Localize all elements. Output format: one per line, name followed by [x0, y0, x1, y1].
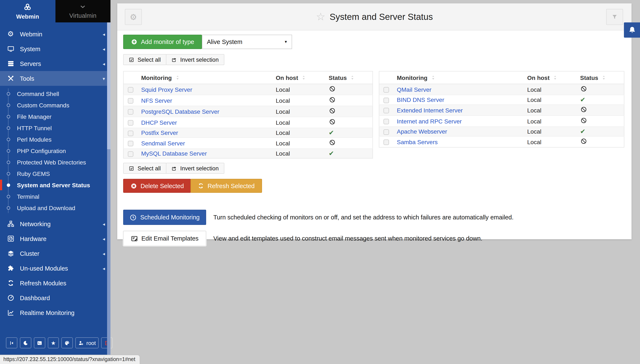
col-header-monitoring-left[interactable]: Monitoring [138, 71, 272, 84]
chevron-left-icon: ◂ [103, 251, 105, 256]
sidebar-item-ruby-gems[interactable]: Ruby GEMS [0, 168, 110, 179]
row-checkbox[interactable] [128, 151, 134, 157]
ban-icon [580, 138, 587, 144]
template-icon [131, 235, 138, 242]
monitor-link[interactable]: DHCP Server [141, 119, 177, 126]
check-icon: ✔ [580, 128, 585, 134]
sidebar-item-custom-commands[interactable]: Custom Commands [0, 99, 110, 111]
tab-virtualmin[interactable]: Virtualmin [55, 0, 110, 22]
monitor-type-select[interactable]: Alive System ▾ [202, 35, 292, 49]
collapse-sidebar-button[interactable] [6, 337, 17, 348]
module-config-button[interactable]: ⚙ [125, 9, 142, 25]
col-header-monitoring-right[interactable]: Monitoring [393, 71, 524, 84]
sidebar-item-label: Terminal [17, 193, 39, 200]
status-down-ban-icon [329, 86, 335, 92]
row-checkbox[interactable] [384, 87, 389, 93]
share-icon [171, 166, 177, 171]
moon-icon [23, 340, 28, 346]
monitor-link[interactable]: Internet and RPC Server [397, 118, 462, 124]
row-checkbox[interactable] [384, 140, 389, 145]
sidebar-item-networking[interactable]: Networking◂ [0, 216, 110, 231]
monitor-link[interactable]: Sendmail Server [141, 140, 185, 146]
add-monitor-button[interactable]: Add monitor of type [123, 35, 202, 49]
sidebar-item-protected-web-directories[interactable]: Protected Web Directories [0, 156, 110, 168]
monitor-link[interactable]: NFS Server [141, 97, 172, 104]
monitor-link[interactable]: Apache Webserver [397, 128, 447, 135]
sort-icon [553, 75, 558, 80]
sidebar-item-un-used-modules[interactable]: Un-used Modules◂ [0, 261, 110, 276]
scheduled-monitoring-button[interactable]: Scheduled Monitoring [123, 210, 206, 225]
row-checkbox[interactable] [128, 87, 134, 93]
favorites-button[interactable]: ★ [48, 337, 59, 348]
sidebar-item-hardware[interactable]: Hardware◂ [0, 231, 110, 246]
col-header-status-right[interactable]: Status [577, 71, 624, 84]
select-all-button-top[interactable]: Select all [123, 54, 166, 65]
bullet-icon [7, 172, 10, 175]
row-checkbox[interactable] [384, 108, 389, 114]
sidebar-item-tools[interactable]: Tools▾ [0, 71, 110, 86]
theme-button[interactable] [61, 337, 73, 348]
sidebar-scrollbar-thumb[interactable] [107, 22, 110, 149]
refresh-selected-button[interactable]: Refresh Selected [191, 179, 262, 193]
row-checkbox[interactable] [128, 131, 134, 136]
sidebar-item-php-configuration[interactable]: PHP Configuration [0, 145, 110, 156]
row-checkbox[interactable] [384, 98, 389, 103]
invert-selection-button-bottom[interactable]: Invert selection [166, 163, 224, 174]
night-mode-button[interactable] [20, 337, 31, 348]
delete-selected-button[interactable]: Delete Selected [123, 179, 191, 193]
user-button[interactable]: root [75, 337, 99, 348]
sidebar-item-file-manager[interactable]: File Manager [0, 111, 110, 122]
sidebar-item-cluster[interactable]: Cluster◂ [0, 246, 110, 261]
col-header-status-left[interactable]: Status [325, 71, 373, 84]
sidebar-item-servers[interactable]: Servers◂ [0, 56, 110, 71]
status-url-tooltip: https://207.232.55.125:10000/status/?xna… [0, 355, 140, 364]
monitor-link[interactable]: QMail Server [397, 86, 431, 93]
sidebar-item-label: Dashboard [20, 294, 50, 301]
select-all-button-bottom[interactable]: Select all [123, 163, 166, 174]
monitor-link[interactable]: BIND DNS Server [397, 96, 444, 103]
sidebar-item-upload-and-download[interactable]: Upload and Download [0, 202, 110, 214]
notifications-button[interactable] [624, 22, 640, 38]
tab-webmin[interactable]: Webmin [0, 0, 55, 22]
sidebar-item-command-shell[interactable]: Command Shell [0, 88, 110, 99]
col-header-on-host-right[interactable]: On host [524, 71, 577, 84]
monitor-link[interactable]: Samba Servers [397, 138, 438, 145]
row-checkbox[interactable] [384, 119, 389, 124]
table-row: Extended Internet ServerLocal [379, 105, 624, 116]
edit-email-templates-button[interactable]: Edit Email Templates [123, 231, 206, 246]
sidebar-item-http-tunnel[interactable]: HTTP Tunnel [0, 122, 110, 134]
sidebar-item-webmin[interactable]: ⚙Webmin◂ [0, 27, 110, 42]
col-header-label: Monitoring [397, 74, 428, 81]
row-checkbox[interactable] [128, 98, 134, 104]
content-header: ⚙ ☆ System and Server Status [117, 4, 631, 30]
monitor-link[interactable]: Postfix Server [141, 129, 178, 136]
monitor-link[interactable]: PostgreSQL Database Server [141, 108, 219, 115]
table-row: Internet and RPC ServerLocal [379, 116, 624, 126]
monitor-link[interactable]: Squid Proxy Server [141, 86, 192, 93]
row-checkbox[interactable] [128, 109, 134, 115]
sync-icon [198, 183, 204, 189]
row-checkbox[interactable] [128, 141, 134, 146]
sidebar-item-system-and-server-status[interactable]: System and Server Status [0, 179, 110, 191]
ban-icon [580, 117, 587, 124]
terminal-button[interactable] [34, 337, 45, 348]
row-checkbox[interactable] [128, 120, 134, 126]
sidebar-item-realtime-monitoring[interactable]: Realtime Monitoring [0, 305, 110, 320]
sidebar-item-perl-modules[interactable]: Perl Modules [0, 134, 110, 145]
row-checkbox[interactable] [384, 129, 389, 135]
sidebar-item-terminal[interactable]: Terminal [0, 191, 110, 202]
sidebar-item-system[interactable]: System◂ [0, 42, 110, 56]
delete-selected-label: Delete Selected [140, 182, 184, 189]
favorite-star-button[interactable]: ☆ [316, 12, 325, 22]
select-all-label: Select all [138, 165, 161, 172]
sidebar-item-refresh-modules[interactable]: Refresh Modules [0, 276, 110, 290]
sidebar-scrollbar[interactable] [107, 22, 110, 364]
invert-selection-button-top[interactable]: Invert selection [166, 54, 224, 65]
chevron-left-icon: ◂ [103, 266, 105, 271]
tab-label: Virtualmin [69, 12, 96, 19]
col-header-on-host-left[interactable]: On host [272, 71, 325, 84]
monitor-link[interactable]: Extended Internet Server [397, 107, 463, 114]
monitor-link[interactable]: MySQL Database Server [141, 150, 207, 157]
filter-button[interactable] [606, 9, 623, 25]
sidebar-item-dashboard[interactable]: Dashboard [0, 290, 110, 305]
